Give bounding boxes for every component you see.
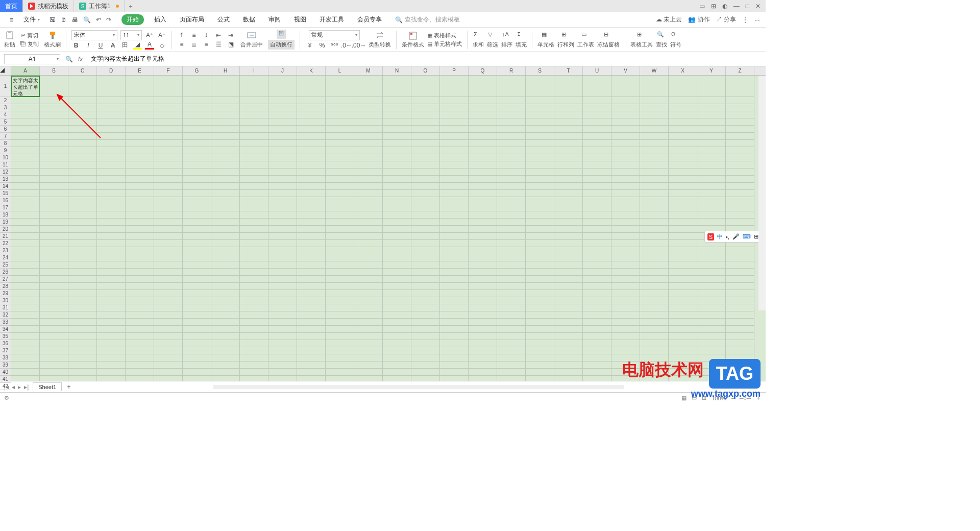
- cell-F9[interactable]: [154, 147, 183, 154]
- row-header-2[interactable]: 2: [0, 97, 11, 104]
- cell-E35[interactable]: [126, 333, 154, 340]
- cell-T21[interactable]: [554, 233, 583, 240]
- cell-I28[interactable]: [240, 283, 268, 290]
- cell-U14[interactable]: [583, 183, 611, 190]
- cell-Z24[interactable]: [726, 254, 754, 261]
- cell-X11[interactable]: [669, 161, 697, 168]
- cell-A10[interactable]: [11, 154, 40, 161]
- cell-T27[interactable]: [554, 276, 583, 283]
- cell-A19[interactable]: [11, 219, 40, 226]
- cell-W1[interactable]: [640, 76, 669, 97]
- cell-B25[interactable]: [40, 261, 68, 269]
- cell-S32[interactable]: [526, 311, 554, 319]
- freeze-button[interactable]: ⊟冻结窗格: [597, 31, 620, 49]
- cell-N3[interactable]: [383, 104, 411, 111]
- decimal-inc-button[interactable]: .0←: [342, 41, 351, 50]
- cell-M33[interactable]: [354, 319, 383, 326]
- cell-V13[interactable]: [611, 176, 640, 183]
- cell-G4[interactable]: [183, 111, 211, 118]
- cell-G9[interactable]: [183, 147, 211, 154]
- row-header-34[interactable]: 34: [0, 326, 11, 333]
- cell-V37[interactable]: [611, 347, 640, 354]
- cell-Q8[interactable]: [469, 140, 497, 147]
- cell-R1[interactable]: [497, 76, 526, 97]
- cell-W26[interactable]: [640, 269, 669, 276]
- cell-U4[interactable]: [583, 111, 611, 118]
- cell-F32[interactable]: [154, 311, 183, 319]
- cell-O32[interactable]: [411, 311, 440, 319]
- cell-Y1[interactable]: [697, 76, 726, 97]
- wrap-text-button[interactable]: 自动换行: [268, 40, 295, 50]
- cell-R32[interactable]: [497, 311, 526, 319]
- cell-K26[interactable]: [297, 269, 326, 276]
- col-header-P[interactable]: P: [440, 66, 469, 75]
- cell-F37[interactable]: [154, 347, 183, 354]
- cell-J17[interactable]: [268, 204, 297, 211]
- cell-N26[interactable]: [383, 269, 411, 276]
- cell-O20[interactable]: [411, 226, 440, 233]
- cell-I20[interactable]: [240, 226, 268, 233]
- cell-D17[interactable]: [97, 204, 126, 211]
- cell-D8[interactable]: [97, 140, 126, 147]
- cell-B1[interactable]: [40, 76, 68, 97]
- cell-U41[interactable]: [583, 376, 611, 381]
- cell-D5[interactable]: [97, 118, 126, 126]
- cell-Z18[interactable]: [726, 211, 754, 219]
- cell-K1[interactable]: [297, 76, 326, 97]
- cell-F40[interactable]: [154, 369, 183, 376]
- cell-R27[interactable]: [497, 276, 526, 283]
- cell-C1[interactable]: [68, 76, 97, 97]
- cell-T35[interactable]: [554, 333, 583, 340]
- cell-V15[interactable]: [611, 190, 640, 197]
- row-header-37[interactable]: 37: [0, 347, 11, 354]
- cell-E16[interactable]: [126, 197, 154, 204]
- cell-N4[interactable]: [383, 111, 411, 118]
- cell-E25[interactable]: [126, 261, 154, 269]
- row-header-15[interactable]: 15: [0, 190, 11, 197]
- cell-M24[interactable]: [354, 254, 383, 261]
- cell-A31[interactable]: [11, 304, 40, 311]
- cell-W11[interactable]: [640, 161, 669, 168]
- cell-P5[interactable]: [440, 118, 469, 126]
- cell-T30[interactable]: [554, 297, 583, 304]
- cell-E37[interactable]: [126, 347, 154, 354]
- cell-D15[interactable]: [97, 190, 126, 197]
- cell-E1[interactable]: [126, 76, 154, 97]
- cell-T1[interactable]: [554, 76, 583, 97]
- cell-T22[interactable]: [554, 240, 583, 247]
- cell-D2[interactable]: [97, 97, 126, 104]
- increase-font-button[interactable]: A⁺: [145, 31, 154, 39]
- row-header-39[interactable]: 39: [0, 361, 11, 369]
- cell-E38[interactable]: [126, 354, 154, 361]
- cell-J16[interactable]: [268, 197, 297, 204]
- cell-L16[interactable]: [326, 197, 354, 204]
- cell-D12[interactable]: [97, 168, 126, 176]
- cell-O14[interactable]: [411, 183, 440, 190]
- cell-G27[interactable]: [183, 276, 211, 283]
- cell-X33[interactable]: [669, 319, 697, 326]
- cell-H18[interactable]: [211, 211, 240, 219]
- cell-J29[interactable]: [268, 290, 297, 297]
- wrap-icon[interactable]: [277, 30, 286, 39]
- cell-D41[interactable]: [97, 376, 126, 381]
- cell-U28[interactable]: [583, 283, 611, 290]
- cell-M4[interactable]: [354, 111, 383, 118]
- cell-H6[interactable]: [211, 126, 240, 133]
- cell-C33[interactable]: [68, 319, 97, 326]
- paste-icon[interactable]: [5, 31, 14, 40]
- cell-I40[interactable]: [240, 369, 268, 376]
- cell-K16[interactable]: [297, 197, 326, 204]
- fill-color-button[interactable]: ◢: [133, 41, 142, 50]
- col-header-N[interactable]: N: [383, 66, 411, 75]
- cell-N39[interactable]: [383, 361, 411, 369]
- tab-templates[interactable]: 找稻壳模板: [23, 0, 74, 12]
- cell-Y19[interactable]: [697, 219, 726, 226]
- row-header-17[interactable]: 17: [0, 204, 11, 211]
- cell-F29[interactable]: [154, 290, 183, 297]
- tab-add-button[interactable]: ＋: [125, 0, 137, 12]
- cell-C16[interactable]: [68, 197, 97, 204]
- cell-H24[interactable]: [211, 254, 240, 261]
- cell-G23[interactable]: [183, 247, 211, 254]
- cell-R28[interactable]: [497, 283, 526, 290]
- cell-R30[interactable]: [497, 297, 526, 304]
